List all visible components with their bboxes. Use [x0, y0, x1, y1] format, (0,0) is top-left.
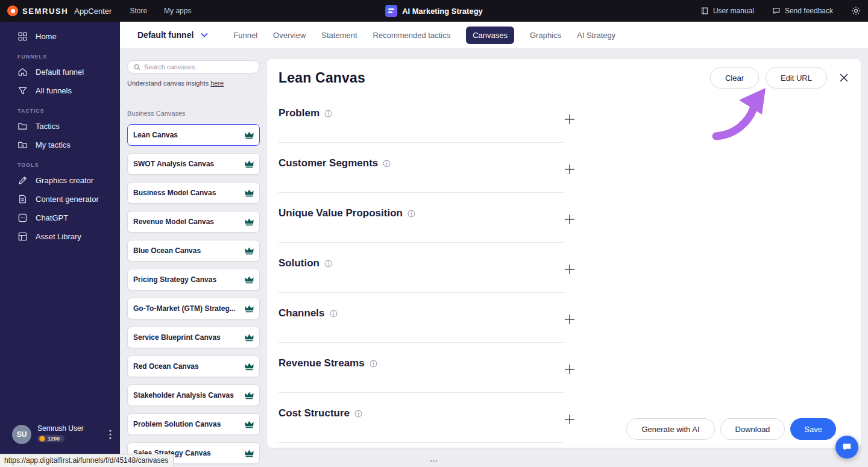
sidebar-item-graphics-creator[interactable]: Graphics creator [0, 171, 120, 190]
crown-icon [244, 246, 254, 255]
funnel-selector[interactable]: Default funnel [120, 30, 208, 40]
canvas-card-label: Service Blueprint Canvas [133, 333, 241, 342]
chevron-down-icon [201, 33, 208, 38]
coin-icon [39, 436, 45, 442]
tab-statement[interactable]: Statement [321, 31, 357, 40]
insights-link[interactable]: here [210, 80, 224, 87]
info-icon[interactable] [324, 260, 332, 268]
funnel-selector-label: Default funnel [137, 30, 193, 40]
chat-launcher-button[interactable] [835, 436, 858, 459]
document-icon [17, 194, 28, 204]
subheader: Default funnel FunnelOverviewStatementRe… [120, 22, 868, 48]
overflow-dots: ⋯ [430, 456, 438, 465]
section-divider [278, 342, 564, 343]
semrush-logo[interactable]: SEMRUSH AppCenter [7, 5, 112, 16]
generate-with-ai-button[interactable]: Generate with AI [626, 418, 714, 440]
add-item-button[interactable] [562, 262, 577, 277]
canvas-card-label: Business Model Canvas [133, 189, 241, 197]
tab-recommended-tactics[interactable]: Recommended tactics [373, 31, 451, 40]
search-input[interactable] [144, 63, 253, 71]
save-button[interactable]: Save [790, 418, 836, 440]
send-feedback-link[interactable]: Send feedback [772, 7, 833, 15]
canvas-card-revenue-model-canvas[interactable]: Revenue Model Canvas [127, 211, 260, 233]
section-divider [278, 142, 564, 143]
section-heading: Cost Structure [278, 407, 362, 419]
info-icon[interactable] [407, 210, 415, 218]
design-icon [17, 175, 28, 186]
sidebar-item-default-funnel[interactable]: Default funnel [0, 63, 120, 81]
sidebar-item-content-generator[interactable]: Content generator [0, 190, 120, 208]
edit-url-button[interactable]: Edit URL [766, 67, 827, 89]
sidebar-item-my-tactics[interactable]: My tactics [0, 136, 120, 154]
canvas-card-go-to-market-gtm-strateg[interactable]: Go-To-Market (GTM) Strateg... [127, 298, 260, 319]
tab-overview[interactable]: Overview [273, 31, 306, 40]
add-item-button[interactable] [562, 212, 577, 227]
sidebar-item-all-funnels[interactable]: All funnels [0, 81, 120, 100]
add-item-button[interactable] [562, 111, 577, 127]
info-icon[interactable] [383, 160, 391, 168]
my-apps-link[interactable]: My apps [164, 7, 191, 15]
tab-canvases[interactable]: Canvases [466, 27, 514, 44]
funnel-icon [17, 86, 28, 96]
credits-badge: 1200 [37, 435, 64, 442]
appcenter-wordmark: AppCenter [74, 7, 112, 16]
sidebar-section-label: TACTICS [0, 100, 120, 117]
canvas-card-label: Red Ocean Canvas [133, 362, 241, 371]
add-item-button[interactable] [562, 412, 577, 427]
search-box[interactable] [127, 60, 260, 74]
add-item-button[interactable] [562, 312, 577, 327]
sidebar-item-label: Tactics [36, 122, 60, 131]
tab-ai-strategy[interactable]: AI Strategy [577, 31, 615, 40]
app-title: AI Marketing Strategy [402, 7, 483, 16]
crown-icon [244, 333, 254, 342]
canvas-title: Lean Canvas [278, 69, 365, 87]
tab-graphics[interactable]: Graphics [530, 31, 561, 40]
sidebar-section-label: FUNNELS [0, 46, 120, 63]
canvas-section-channels: Channels [278, 301, 590, 351]
canvas-card-blue-ocean-canvas[interactable]: Blue Ocean Canvas [127, 240, 260, 262]
canvas-card-stakeholder-analysis-canvas[interactable]: Stakeholder Analysis Canvas [127, 384, 260, 406]
library-icon [17, 231, 28, 242]
info-icon[interactable] [330, 310, 338, 318]
info-icon[interactable] [324, 110, 332, 118]
sidebar-item-chatgpt[interactable]: ChatGPT [0, 208, 120, 227]
sidebar-item-label: My tactics [36, 140, 71, 149]
crown-icon [244, 130, 254, 140]
user-box[interactable]: SU Semrush User 1200 [0, 424, 120, 444]
tab-bar: FunnelOverviewStatementRecommended tacti… [233, 27, 615, 44]
canvas-card-business-model-canvas[interactable]: Business Model Canvas [127, 182, 260, 204]
crown-icon [244, 390, 254, 400]
credits-value: 1200 [48, 436, 60, 442]
app-icon [385, 5, 397, 17]
close-icon[interactable] [838, 72, 850, 84]
grid-icon [17, 31, 28, 42]
tab-funnel[interactable]: Funnel [233, 31, 257, 40]
canvas-card-pricing-strategy-canvas[interactable]: Pricing Strategy Canvas [127, 269, 260, 290]
sidebar-item-home[interactable]: Home [0, 27, 120, 46]
sidebar-item-tactics[interactable]: Tactics [0, 117, 120, 136]
download-button[interactable]: Download [720, 418, 785, 440]
canvas-section-cost-structure: Cost Structure [278, 401, 590, 451]
topbar: SEMRUSH AppCenter Store My apps AI Marke… [0, 0, 868, 22]
info-icon[interactable] [370, 360, 377, 368]
canvas-card-lean-canvas[interactable]: Lean Canvas [127, 124, 260, 146]
sidebar-item-label: Asset Library [36, 232, 81, 241]
kebab-menu-icon[interactable] [109, 430, 112, 439]
settings-gear-icon[interactable] [851, 6, 861, 16]
add-item-button[interactable] [562, 362, 577, 377]
user-manual-label: User manual [713, 7, 754, 15]
sidebar-section-tactics: TACTICSTacticsMy tactics [0, 100, 120, 154]
store-link[interactable]: Store [130, 7, 147, 15]
home-icon [17, 67, 28, 77]
canvas-card-red-ocean-canvas[interactable]: Red Ocean Canvas [127, 356, 260, 377]
canvas-card-service-blueprint-canvas[interactable]: Service Blueprint Canvas [127, 327, 260, 348]
canvas-card-problem-solution-canvas[interactable]: Problem Solution Canvas [127, 413, 260, 435]
clear-button[interactable]: Clear [710, 67, 759, 89]
info-icon[interactable] [354, 410, 362, 418]
add-item-button[interactable] [562, 161, 577, 177]
user-manual-link[interactable]: User manual [700, 7, 754, 15]
sidebar-item-label: All funnels [36, 86, 72, 95]
sidebar-item-asset-library[interactable]: Asset Library [0, 227, 120, 246]
canvas-section-revenue-streams: Revenue Streams [278, 351, 590, 401]
canvas-card-swot-analysis-canvas[interactable]: SWOT Analysis Canvas [127, 153, 260, 175]
